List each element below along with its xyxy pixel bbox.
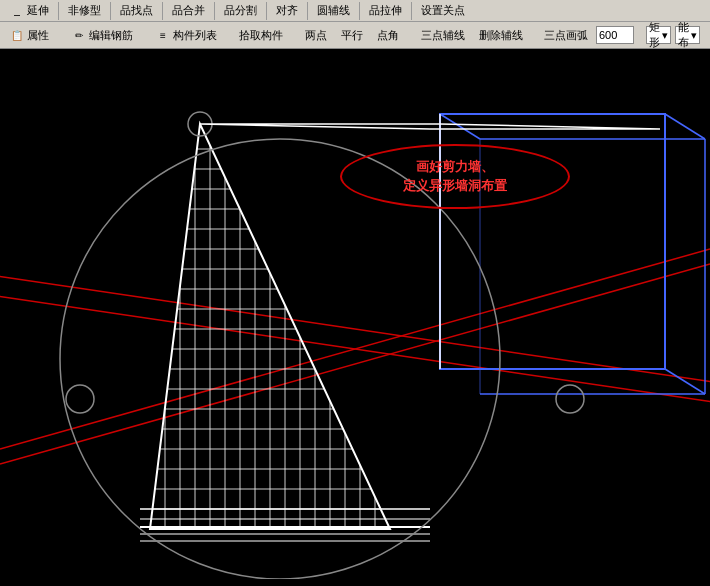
sep4 — [214, 2, 215, 20]
pull-label: 品拉伸 — [369, 3, 402, 18]
split-button[interactable]: 品分割 — [219, 1, 262, 20]
two-point-label: 两点 — [305, 28, 327, 43]
rect-label: 矩形 — [649, 22, 660, 48]
edit-rebar-label: 编辑钢筋 — [89, 28, 133, 43]
extend-icon: ⎯ — [9, 3, 25, 19]
property-icon: 📋 — [9, 27, 25, 43]
smart-layout-arrow: ▾ — [691, 29, 697, 42]
parallel-button[interactable]: 平行 — [336, 26, 368, 45]
sep5 — [266, 2, 267, 20]
align-button[interactable]: 对齐 — [271, 1, 303, 20]
smart-layout-label: 智能布置 — [678, 22, 689, 48]
toolbar-row2: 📋 属性 ✏ 编辑钢筋 ≡ 构件列表 拾取构件 两点 平行 点角 三点辅线 — [0, 22, 710, 48]
align-label: 对齐 — [276, 3, 298, 18]
sep7 — [359, 2, 360, 20]
delete-aux-button[interactable]: 删除辅线 — [474, 26, 528, 45]
rect-dropdown[interactable]: 矩形 ▾ — [646, 26, 671, 44]
dimension-button[interactable]: 圆辅线 — [312, 1, 355, 20]
smart-layout-dropdown[interactable]: 智能布置 ▾ — [675, 26, 700, 44]
extend-label: 延伸 — [27, 3, 49, 18]
three-point-aux-label: 三点辅线 — [421, 28, 465, 43]
main-canvas-svg — [0, 49, 710, 579]
toolbar-container: ⎯ 延伸 非修型 品找点 品合并 品分割 对齐 圆辅线 品拉伸 — [0, 0, 710, 49]
angle-button[interactable]: 点角 — [372, 26, 404, 45]
sep8 — [411, 2, 412, 20]
modify-button[interactable]: 非修型 — [63, 1, 106, 20]
extend-button[interactable]: ⎯ 延伸 — [4, 1, 54, 21]
split-label: 品分割 — [224, 3, 257, 18]
component-list-button[interactable]: ≡ 构件列表 — [150, 25, 222, 45]
property-button[interactable]: 📋 属性 — [4, 25, 54, 45]
edit-rebar-button[interactable]: ✏ 编辑钢筋 — [66, 25, 138, 45]
setpoint-label: 设置关点 — [421, 3, 465, 18]
toolbar-row1: ⎯ 延伸 非修型 品找点 品合并 品分割 对齐 圆辅线 品拉伸 — [0, 0, 710, 22]
three-point-aux-button[interactable]: 三点辅线 — [416, 26, 470, 45]
combine-button[interactable]: 品合并 — [167, 1, 210, 20]
component-list-icon: ≡ — [155, 27, 171, 43]
pull-button[interactable]: 品拉伸 — [364, 1, 407, 20]
two-point-button[interactable]: 两点 — [300, 26, 332, 45]
sep3 — [162, 2, 163, 20]
arc-label: 三点画弧 — [540, 27, 592, 44]
find-button[interactable]: 品找点 — [115, 1, 158, 20]
find-label: 品找点 — [120, 3, 153, 18]
property-label: 属性 — [27, 28, 49, 43]
sep1 — [58, 2, 59, 20]
pick-button[interactable]: 拾取构件 — [234, 26, 288, 45]
edit-rebar-icon: ✏ — [71, 27, 87, 43]
rect-arrow: ▾ — [662, 29, 668, 42]
combine-label: 品合并 — [172, 3, 205, 18]
angle-label: 点角 — [377, 28, 399, 43]
delete-aux-label: 删除辅线 — [479, 28, 523, 43]
setpoint-button[interactable]: 设置关点 — [416, 1, 470, 20]
arc-input[interactable] — [596, 26, 634, 44]
sep6 — [307, 2, 308, 20]
dimension-label: 圆辅线 — [317, 3, 350, 18]
canvas-area: 画好剪力墙、 定义异形墙洞布置 — [0, 49, 710, 579]
parallel-label: 平行 — [341, 28, 363, 43]
pick-label: 拾取构件 — [239, 28, 283, 43]
modify-label: 非修型 — [68, 3, 101, 18]
component-list-label: 构件列表 — [173, 28, 217, 43]
arc-label-text: 三点画弧 — [544, 28, 588, 43]
sep2 — [110, 2, 111, 20]
